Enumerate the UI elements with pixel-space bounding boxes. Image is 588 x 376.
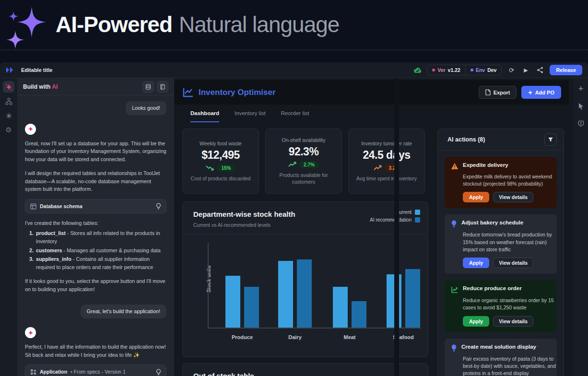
plus-icon: +: [528, 90, 532, 95]
chart-ylabel: Stock units: [206, 259, 212, 298]
list-number: 1.: [25, 229, 34, 245]
cursor-pointer-icon[interactable]: [575, 100, 587, 112]
chat-title-accent: AI: [52, 83, 58, 90]
table-desc: - Manages all customer & purchasing data: [62, 247, 161, 253]
version-dot-icon: [432, 69, 435, 71]
kpi-caption: Cost of products discarded: [191, 175, 251, 182]
chart-plot: Stock units ProduceDairyMeatSeafood: [208, 243, 421, 328]
bar-meat-ai: [352, 301, 366, 328]
app-canvas: Inventory Optimiser Export + Add PO Dash…: [175, 78, 569, 376]
preview-play-icon[interactable]: ▶: [521, 67, 530, 73]
pages-sitemap-icon[interactable]: [3, 95, 14, 107]
bar-dairy-current: [278, 261, 293, 328]
saved-cloud-icon: [413, 67, 422, 73]
build-with-ai-icon[interactable]: [3, 81, 14, 93]
legend-swatch: [415, 210, 420, 215]
bulb-icon: [451, 220, 457, 230]
kpi-title: Weekly food waste: [200, 141, 242, 146]
chat-message-list: Looks good! Great, now I'll set up a dat…: [17, 95, 174, 376]
x-tick-label: Dairy: [288, 334, 302, 340]
schema-card-label: Database schema: [40, 202, 82, 210]
action-card-header: Expedite delivery: [451, 162, 551, 172]
add-component-plus-icon[interactable]: +: [575, 83, 587, 94]
tab-reorder-list[interactable]: Reorder list: [281, 105, 309, 122]
build-with-ai-panel: Build with AI Looks good! Great, now I'l…: [17, 78, 175, 376]
table-name: product_list: [36, 230, 66, 236]
tabs: DashboardInventory listReorder list: [175, 105, 569, 122]
apply-button[interactable]: Apply: [463, 316, 489, 327]
action-card-header: Adjust bakery schedule: [451, 220, 551, 230]
chart-subtitle: Current vs AI-recommended levels: [193, 222, 270, 228]
app-title-editable[interactable]: Editable title: [21, 67, 52, 73]
banner-title: AI-PoweredNatural language: [56, 12, 339, 37]
release-button[interactable]: Release: [550, 65, 582, 75]
table-name: suppliers_info: [36, 256, 71, 262]
kpi-value: 92.3%: [289, 145, 319, 158]
kpi-card-1: Weekly food waste$12,49515%Cost of produ…: [182, 129, 259, 194]
app-header-bar: Editable title Ver v1.22 Env Dev ⟳ ▶ Rel…: [0, 62, 588, 78]
database-icon[interactable]: [142, 81, 154, 93]
action-title: Adjust bakery schedule: [461, 220, 523, 225]
view-details-button[interactable]: View details: [493, 192, 533, 202]
out-of-stock-table-card: Out of stock table: [182, 363, 428, 376]
export-button[interactable]: Export: [479, 86, 517, 99]
lightbulb-icon[interactable]: [156, 369, 161, 376]
tab-inventory-list[interactable]: Inventory list: [235, 105, 266, 122]
kpi-row: Weekly food waste$12,49515%Cost of produ…: [182, 129, 425, 194]
add-po-button[interactable]: + Add PO: [521, 86, 561, 99]
ai-avatar: [25, 124, 36, 135]
docs-book-icon[interactable]: [157, 81, 168, 93]
table-icon: [30, 203, 36, 210]
tables-list: 1.product_list - Stores all info related…: [25, 229, 166, 271]
table-name: customers: [36, 247, 62, 253]
action-description: Expedite milk delivery to avoid weekend …: [463, 173, 561, 188]
debugger-bug-icon[interactable]: [3, 110, 14, 121]
kpi-card-3: Inventory turnover rate24.5 days3.2Avg t…: [348, 129, 425, 194]
kpi-value: $12,495: [201, 149, 240, 162]
banner-divider: [0, 49, 588, 50]
ai-actions-panel: AI actions (8) Expedite deliveryExpedite…: [437, 129, 564, 376]
share-icon[interactable]: [535, 67, 545, 73]
funnel-icon: [548, 137, 553, 142]
trend-up-icon: [374, 164, 382, 173]
kpi-card-2: On-shelf availability92.3%2.7%Products a…: [265, 129, 342, 194]
view-details-button[interactable]: View details: [493, 316, 533, 327]
app-window: Editable title Ver v1.22 Env Dev ⟳ ▶ Rel…: [0, 62, 588, 376]
database-schema-card[interactable]: Database schema: [25, 199, 166, 213]
export-file-icon: [485, 89, 491, 95]
version-pill[interactable]: Ver v1.22: [427, 65, 465, 75]
application-card[interactable]: Application • From specs - Version 1: [25, 364, 166, 376]
refresh-icon[interactable]: ⟳: [506, 67, 516, 74]
bar-seafood-ai: [405, 269, 420, 328]
ai-message: Perfect, I have all the information to b…: [25, 343, 166, 359]
tooljet-logo-icon: [6, 67, 16, 73]
action-title: Create meal solution display: [461, 344, 536, 350]
environment-pill[interactable]: Env Dev: [465, 65, 502, 75]
filter-button[interactable]: [544, 133, 557, 146]
version-value: v1.22: [448, 67, 460, 73]
comments-icon[interactable]: [575, 118, 587, 129]
ai-action-card-3: Reduce produce orderReduce organic straw…: [445, 280, 557, 332]
x-tick-label: Produce: [232, 334, 253, 340]
apply-button[interactable]: Apply: [463, 192, 489, 202]
tab-dashboard[interactable]: Dashboard: [190, 105, 219, 122]
view-details-button[interactable]: View details: [493, 258, 533, 268]
lightbulb-icon[interactable]: [156, 203, 161, 210]
apply-button[interactable]: Apply: [463, 258, 489, 268]
action-description: Reduce organic strawberries order by 15 …: [463, 297, 561, 311]
trend-up-icon: [288, 161, 296, 169]
bar-meat-current: [333, 287, 348, 328]
chart-divider: [183, 234, 428, 235]
ai-actions-title: AI actions (8): [447, 136, 485, 143]
user-message: Great, let's build the application!: [81, 305, 166, 318]
chat-title-prefix: Build with: [23, 83, 52, 90]
version-label: Ver: [437, 67, 445, 73]
ai-action-card-4: Create meal solution displayPair excess …: [445, 339, 557, 376]
banner-title-light: Natural language: [179, 12, 339, 37]
action-card-header: Create meal solution display: [451, 344, 551, 354]
kpi-value: 24.5 days: [363, 149, 410, 162]
settings-gear-icon[interactable]: ⚙: [3, 124, 14, 136]
canvas-scrollbar[interactable]: [394, 78, 399, 376]
export-label: Export: [494, 90, 510, 95]
kpi-title: On-shelf availability: [282, 137, 325, 143]
